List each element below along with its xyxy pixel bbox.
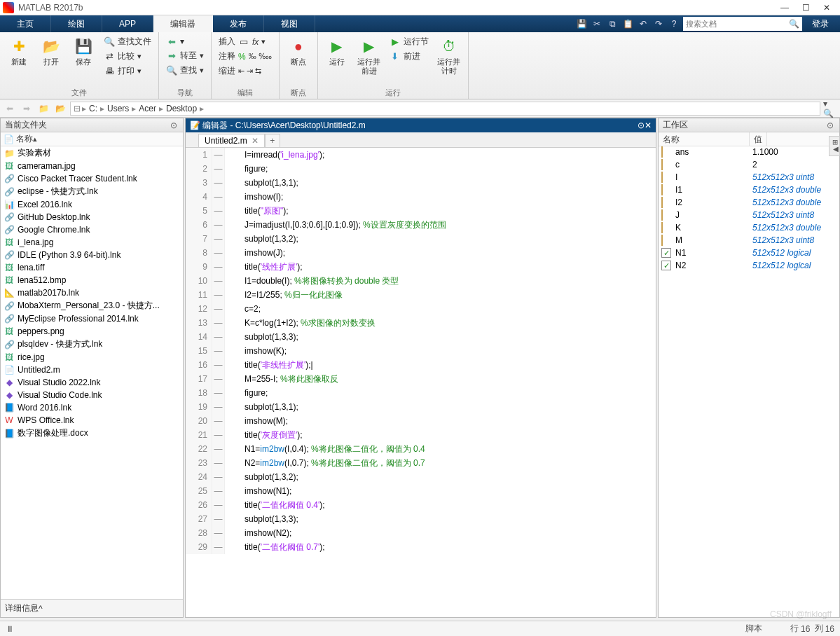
quick-redo-icon[interactable]: ↷ — [652, 18, 665, 30]
workspace-row[interactable]: J512x512x3 uint8 — [659, 209, 839, 222]
file-row[interactable]: 🔗GitHub Desktop.lnk — [1, 211, 183, 223]
doc-search[interactable]: 🔍 — [683, 17, 802, 31]
insert-button[interactable]: 插入 ▭ fx ▾ — [216, 35, 275, 48]
crumb-3[interactable]: Desktop — [165, 104, 198, 113]
print-button[interactable]: 🖶打印 ▾ — [101, 64, 154, 78]
quick-copy-icon[interactable]: ⧉ — [606, 18, 619, 30]
crumb-1[interactable]: Users — [106, 104, 130, 113]
save-button[interactable]: 💾保存 — [69, 34, 98, 67]
minimize-button[interactable]: — — [774, 0, 795, 15]
side-tab[interactable]: ⊞◀ — [829, 136, 840, 156]
code-line[interactable]: 2—figure; — [186, 162, 656, 176]
editor-dock-icon[interactable]: ⊙ — [638, 120, 645, 130]
code-line[interactable]: 13—K=c*log(1+I2); %求图像的对数变换 — [186, 316, 656, 330]
compare-button[interactable]: ⇄比较 ▾ — [101, 50, 154, 63]
file-row[interactable]: 📊Excel 2016.lnk — [1, 198, 183, 211]
crumb-0[interactable]: C: — [88, 104, 99, 113]
file-row[interactable]: 🖼cameraman.jpg — [1, 160, 183, 172]
panel-menu-icon[interactable]: ⊙ — [169, 120, 179, 130]
ws-value-header[interactable]: 值 — [750, 132, 767, 146]
code-line[interactable]: 27—subplot(1,3,3); — [186, 512, 656, 526]
code-line[interactable]: 7—subplot(1,3,2); — [186, 232, 656, 246]
folder-up-icon[interactable]: 📄 — [4, 134, 14, 144]
tab-plots[interactable]: 绘图 — [51, 15, 102, 32]
file-row[interactable]: 📄Untitled2.m — [1, 364, 183, 376]
workspace-row[interactable]: ✓N1512x512 logical — [659, 247, 839, 260]
file-row[interactable]: 🖼i_lena.jpg — [1, 236, 183, 249]
quick-help-icon[interactable]: ? — [668, 18, 680, 30]
code-line[interactable]: 26—title('二值化阈值 0.4'); — [186, 498, 656, 512]
code-line[interactable]: 11—I2=I1/255; %归一化此图像 — [186, 288, 656, 302]
tab-close-icon[interactable]: ✕ — [252, 136, 259, 146]
advance-button[interactable]: ⬇前进 — [387, 50, 432, 63]
quick-undo-icon[interactable]: ↶ — [637, 18, 649, 30]
file-row[interactable]: 📘数字图像处理.docx — [1, 427, 183, 440]
quick-save-icon[interactable]: 💾 — [575, 18, 588, 30]
code-editor[interactable]: 1—I=imread('i_lena.jpg');2—figure;3—subp… — [186, 148, 656, 617]
code-line[interactable]: 12—c=2; — [186, 302, 656, 316]
code-line[interactable]: 20—imshow(M); — [186, 414, 656, 428]
code-line[interactable]: 15—imshow(K); — [186, 344, 656, 358]
run-time-button[interactable]: ⏱运行并 计时 — [434, 34, 464, 76]
code-line[interactable]: 14—subplot(1,3,3); — [186, 330, 656, 344]
file-row[interactable]: WWPS Office.lnk — [1, 414, 183, 427]
ws-menu-icon[interactable]: ⊙ — [825, 120, 835, 130]
tab-apps[interactable]: APP — [102, 15, 153, 32]
doc-search-input[interactable] — [686, 20, 789, 28]
code-line[interactable]: 10—I1=double(I); %将图像转换为 double 类型 — [186, 274, 656, 288]
findfiles-button[interactable]: 🔍查找文件 — [101, 35, 154, 48]
workspace-row[interactable]: ✓N2512x512 logical — [659, 260, 839, 272]
address-bar[interactable]: ⊟ ▸ C:▸ Users▸ Acer▸ Desktop▸ — [70, 102, 820, 116]
code-line[interactable]: 22—N1=im2bw(I,0.4); %将此图像二值化，阈值为 0.4 — [186, 442, 656, 456]
nav-back-button[interactable]: ⬅▾ — [163, 35, 207, 48]
workspace-row[interactable]: I2512x512x3 double — [659, 197, 839, 209]
code-line[interactable]: 17—M=255-I; %将此图像取反 — [186, 372, 656, 386]
code-line[interactable]: 24—subplot(1,3,2); — [186, 470, 656, 484]
goto-button[interactable]: ➡转至 ▾ — [163, 49, 207, 62]
code-line[interactable]: 6—J=imadjust(I,[0.3;0.6],[0.1;0.9]); %设置… — [186, 218, 656, 232]
editor-tab[interactable]: Untitled2.m✕ — [198, 134, 265, 147]
file-row[interactable]: 🖼lena512.bmp — [1, 274, 183, 286]
file-row[interactable]: 📁实验素材 — [1, 146, 183, 160]
workspace-row[interactable]: I512x512x3 uint8 — [659, 172, 839, 184]
file-row[interactable]: 🔗Cisco Packet Tracer Student.lnk — [1, 172, 183, 185]
file-row[interactable]: 📘Word 2016.lnk — [1, 401, 183, 414]
path-dropdown-icon[interactable]: ▾ 🔍 — [823, 102, 837, 116]
tab-publish[interactable]: 发布 — [213, 15, 264, 32]
breakpoints-button[interactable]: ●断点 — [284, 34, 313, 67]
comment-button[interactable]: 注释 % ‰ ‱ — [216, 50, 275, 63]
run-section-button[interactable]: ▶运行节 — [387, 35, 432, 48]
file-row[interactable]: 📐matlab2017b.lnk — [1, 286, 183, 299]
new-button[interactable]: ✚新建 — [4, 34, 34, 67]
code-line[interactable]: 19—subplot(1,3,1); — [186, 400, 656, 414]
tab-home[interactable]: 主页 — [0, 15, 51, 32]
workspace-row[interactable]: ans1.1000 — [659, 146, 839, 159]
workspace-list[interactable]: ans1.1000c2I512x512x3 uint8I1512x512x3 d… — [659, 146, 839, 617]
workspace-row[interactable]: K512x512x3 double — [659, 222, 839, 235]
nav-back-icon[interactable]: ⬅ — [3, 102, 17, 116]
code-line[interactable]: 1—I=imread('i_lena.jpg'); — [186, 148, 656, 162]
code-line[interactable]: 8—imshow(J); — [186, 246, 656, 260]
file-row[interactable]: 🖼rice.jpg — [1, 351, 183, 364]
code-line[interactable]: 16—title('非线性扩展');| — [186, 358, 656, 372]
close-button[interactable]: ✕ — [816, 0, 837, 15]
file-row[interactable]: 🖼peppers.png — [1, 325, 183, 338]
quick-paste-icon[interactable]: 📋 — [621, 18, 634, 30]
nav-fwd-icon[interactable]: ➡ — [20, 102, 34, 116]
editor-close-icon[interactable]: ✕ — [645, 120, 652, 130]
quick-cut-icon[interactable]: ✂ — [591, 18, 603, 30]
file-row[interactable]: 🔗plsqldev - 快捷方式.lnk — [1, 338, 183, 351]
file-row[interactable]: 🔗MyEclipse Professional 2014.lnk — [1, 312, 183, 325]
tab-add-button[interactable]: + — [265, 134, 280, 147]
workspace-row[interactable]: c2 — [659, 159, 839, 172]
nav-history-icon[interactable]: 📂 — [53, 102, 67, 116]
file-row[interactable]: ◆Visual Studio Code.lnk — [1, 389, 183, 401]
code-line[interactable]: 5—title("原图"); — [186, 204, 656, 218]
workspace-row[interactable]: I1512x512x3 double — [659, 184, 839, 197]
find-button[interactable]: 🔍查找 ▾ — [163, 64, 207, 77]
code-line[interactable]: 25—imshow(N1); — [186, 484, 656, 498]
nav-up-icon[interactable]: 📁 — [36, 102, 50, 116]
tab-editor[interactable]: 编辑器 — [153, 15, 213, 32]
login-link[interactable]: 登录 — [805, 18, 836, 30]
ws-name-header[interactable]: 名称 — [659, 132, 750, 146]
